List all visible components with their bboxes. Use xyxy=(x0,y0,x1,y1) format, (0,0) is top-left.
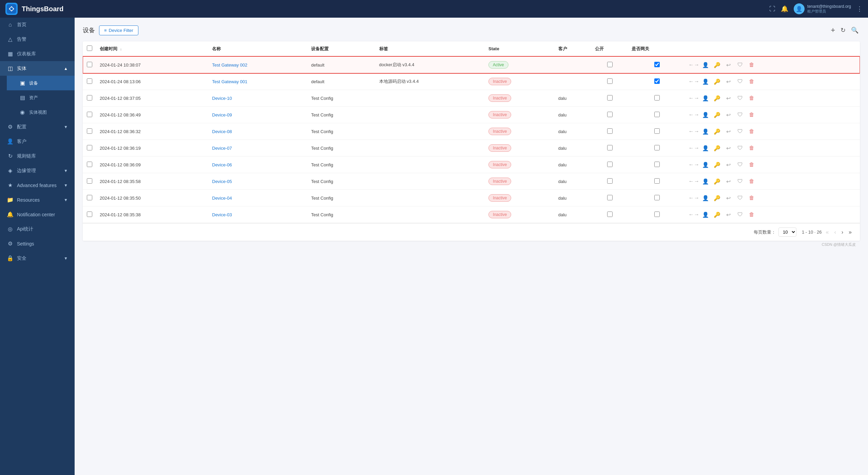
check-connectivity-icon[interactable]: ↩ xyxy=(724,93,733,103)
gateway-checkbox[interactable] xyxy=(654,212,660,217)
share-icon[interactable]: ←→ xyxy=(689,177,699,186)
gateway-checkbox[interactable] xyxy=(654,62,660,67)
assign-icon[interactable]: 👤 xyxy=(701,60,710,70)
public-checkbox[interactable] xyxy=(607,145,613,150)
check-connectivity-icon[interactable]: ↩ xyxy=(724,160,733,169)
rows-per-page-select[interactable]: 10 5 15 20 25 xyxy=(778,227,796,237)
gateway-checkbox[interactable] xyxy=(654,95,660,101)
delete-icon[interactable]: 🗑 xyxy=(747,93,756,103)
sidebar-item-device[interactable]: ▣ 设备 xyxy=(7,76,75,90)
row-checkbox[interactable] xyxy=(87,195,92,200)
search-button[interactable]: 🔍 xyxy=(850,24,860,36)
share-icon[interactable]: ←→ xyxy=(689,193,699,203)
share-icon[interactable]: ←→ xyxy=(689,110,699,120)
next-page-button[interactable]: › xyxy=(840,228,845,237)
first-page-button[interactable]: « xyxy=(825,228,830,237)
more-menu-button[interactable]: ⋮ xyxy=(856,5,863,13)
sidebar-item-customer[interactable]: 👤 客户 xyxy=(0,134,75,149)
public-checkbox[interactable] xyxy=(607,112,613,117)
delete-icon[interactable]: 🗑 xyxy=(747,143,756,153)
security-icon[interactable]: 🛡 xyxy=(735,210,745,219)
check-connectivity-icon[interactable]: ↩ xyxy=(724,77,733,86)
sidebar-item-notification[interactable]: 🔔 Notification center xyxy=(0,207,75,222)
sidebar-item-resources[interactable]: 📁 Resources ▼ xyxy=(0,193,75,207)
manage-credentials-icon[interactable]: 🔑 xyxy=(712,193,722,203)
row-checkbox[interactable] xyxy=(87,212,92,217)
manage-credentials-icon[interactable]: 🔑 xyxy=(712,110,722,120)
sidebar-item-entity[interactable]: ◫ 实体 ▲ xyxy=(0,61,75,76)
prev-page-button[interactable]: ‹ xyxy=(833,228,837,237)
assign-icon[interactable]: 👤 xyxy=(701,143,710,153)
row-checkbox[interactable] xyxy=(87,95,92,101)
sidebar-item-advanced[interactable]: ★ Advanced features ▼ xyxy=(0,178,75,193)
public-checkbox[interactable] xyxy=(607,178,613,184)
public-checkbox[interactable] xyxy=(607,128,613,134)
gateway-checkbox[interactable] xyxy=(654,145,660,150)
check-connectivity-icon[interactable]: ↩ xyxy=(724,177,733,186)
delete-icon[interactable]: 🗑 xyxy=(747,210,756,219)
gateway-checkbox[interactable] xyxy=(654,78,660,84)
check-connectivity-icon[interactable]: ↩ xyxy=(724,127,733,136)
row-checkbox[interactable] xyxy=(87,78,92,84)
gateway-checkbox[interactable] xyxy=(654,112,660,117)
security-icon[interactable]: 🛡 xyxy=(735,177,745,186)
notification-button[interactable]: 🔔 xyxy=(781,5,788,13)
row-checkbox[interactable] xyxy=(87,178,92,184)
row-checkbox[interactable] xyxy=(87,112,92,117)
sidebar-item-home[interactable]: ⌂ 首页 xyxy=(0,18,75,32)
sidebar-item-rulechain[interactable]: ↻ 规则链库 xyxy=(0,149,75,163)
manage-credentials-icon[interactable]: 🔑 xyxy=(712,177,722,186)
sidebar-item-edge[interactable]: ◈ 边缘管理 ▼ xyxy=(0,163,75,178)
check-connectivity-icon[interactable]: ↩ xyxy=(724,193,733,203)
security-icon[interactable]: 🛡 xyxy=(735,160,745,169)
security-icon[interactable]: 🛡 xyxy=(735,93,745,103)
manage-credentials-icon[interactable]: 🔑 xyxy=(712,143,722,153)
security-icon[interactable]: 🛡 xyxy=(735,60,745,70)
assign-icon[interactable]: 👤 xyxy=(701,110,710,120)
assign-icon[interactable]: 👤 xyxy=(701,210,710,219)
row-checkbox[interactable] xyxy=(87,145,92,150)
sidebar-item-dashboard[interactable]: ▦ 仪表板库 xyxy=(0,47,75,61)
delete-icon[interactable]: 🗑 xyxy=(747,60,756,70)
security-icon[interactable]: 🛡 xyxy=(735,110,745,120)
gateway-checkbox[interactable] xyxy=(654,128,660,134)
sidebar-item-alert[interactable]: △ 告警 xyxy=(0,32,75,47)
sidebar-item-api[interactable]: ◎ Api统计 xyxy=(0,222,75,236)
public-checkbox[interactable] xyxy=(607,162,613,167)
sidebar-item-config[interactable]: ⚙ 配置 ▼ xyxy=(0,120,75,134)
manage-credentials-icon[interactable]: 🔑 xyxy=(712,160,722,169)
manage-credentials-icon[interactable]: 🔑 xyxy=(712,127,722,136)
security-icon[interactable]: 🛡 xyxy=(735,77,745,86)
delete-icon[interactable]: 🗑 xyxy=(747,77,756,86)
check-connectivity-icon[interactable]: ↩ xyxy=(724,210,733,219)
public-checkbox[interactable] xyxy=(607,195,613,200)
delete-icon[interactable]: 🗑 xyxy=(747,110,756,120)
manage-credentials-icon[interactable]: 🔑 xyxy=(712,93,722,103)
assign-icon[interactable]: 👤 xyxy=(701,177,710,186)
check-connectivity-icon[interactable]: ↩ xyxy=(724,110,733,120)
check-connectivity-icon[interactable]: ↩ xyxy=(724,60,733,70)
fullscreen-button[interactable]: ⛶ xyxy=(769,5,775,13)
row-checkbox[interactable] xyxy=(87,128,92,134)
assign-icon[interactable]: 👤 xyxy=(701,77,710,86)
refresh-button[interactable]: ↻ xyxy=(839,24,847,36)
gateway-checkbox[interactable] xyxy=(654,178,660,184)
share-icon[interactable]: ←→ xyxy=(689,160,699,169)
check-connectivity-icon[interactable]: ↩ xyxy=(724,143,733,153)
select-all-checkbox[interactable] xyxy=(87,45,92,51)
share-icon[interactable]: ←→ xyxy=(689,143,699,153)
manage-credentials-icon[interactable]: 🔑 xyxy=(712,60,722,70)
assign-icon[interactable]: 👤 xyxy=(701,93,710,103)
public-checkbox[interactable] xyxy=(607,95,613,101)
security-icon[interactable]: 🛡 xyxy=(735,127,745,136)
last-page-button[interactable]: » xyxy=(847,228,853,237)
manage-credentials-icon[interactable]: 🔑 xyxy=(712,77,722,86)
sidebar-item-entity-view[interactable]: ◉ 实体视图 xyxy=(7,105,75,120)
row-checkbox[interactable] xyxy=(87,162,92,167)
add-device-button[interactable]: + xyxy=(829,24,836,36)
assign-icon[interactable]: 👤 xyxy=(701,193,710,203)
share-icon[interactable]: ←→ xyxy=(689,60,699,70)
row-checkbox[interactable] xyxy=(87,62,92,67)
assign-icon[interactable]: 👤 xyxy=(701,127,710,136)
security-icon[interactable]: 🛡 xyxy=(735,193,745,203)
